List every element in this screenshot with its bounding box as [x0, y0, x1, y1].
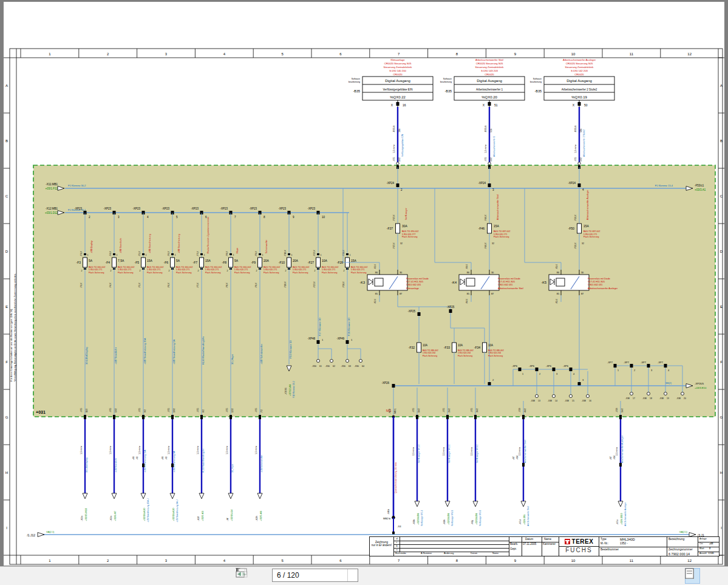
box	[578, 102, 581, 106]
box	[259, 253, 261, 255]
function-blue: Arb.Scheinwerfer Stiel	[524, 440, 526, 463]
part-number: 5 850 620 277	[402, 233, 415, 236]
function-red: Verflüssiger	[405, 207, 407, 220]
fuse-symbol	[488, 224, 492, 233]
label: bearbeitung	[349, 81, 360, 83]
label: -X25	[574, 157, 577, 162]
terminal-label: -XP23	[132, 207, 140, 210]
box	[200, 253, 203, 255]
fuse-rating: 20A	[293, 259, 299, 262]
mnr-value: 1352 -	[620, 542, 628, 545]
part-number: 5 850 620 264	[458, 352, 471, 354]
pin-number: 16	[403, 103, 406, 107]
label: 2	[285, 270, 287, 272]
label: -F7:X	[197, 251, 199, 256]
plc-output-name: Arbeitsscheinwerfer 1	[476, 88, 503, 91]
plc-red-text: Steuerung Zentralelektrik	[475, 66, 505, 69]
part-number: B&S 711 660-002	[118, 266, 134, 269]
label: -X1	[165, 457, 168, 460]
label: bearbeitung	[440, 81, 452, 83]
wire-size: 2,5 mm²	[519, 446, 521, 456]
part-number: 5 801 662 031	[406, 284, 421, 286]
anzahl-label: Anzahl	[699, 552, 707, 555]
fuse-symbol	[316, 258, 321, 267]
brand-block: TEREX FUCHS	[559, 537, 599, 556]
node	[553, 395, 556, 398]
fuse-symbol	[112, 258, 117, 267]
plc-red-text: CR0020	[393, 73, 403, 76]
next-view-icon	[236, 568, 248, 578]
page-number-select[interactable]: 6 / 120	[272, 569, 358, 582]
dest-ref: +02/18.B8	[447, 513, 450, 525]
gepr-label: Gepr.	[510, 547, 517, 550]
label: Arb.Scheinwerfer Ausleger	[624, 502, 627, 526]
label: 14	[555, 400, 557, 402]
label: -X28	[519, 408, 521, 412]
label: 2	[140, 270, 141, 272]
plc-red-text: S 0X0 142 203	[571, 69, 588, 72]
part-number: 5 801 662 031	[588, 284, 602, 286]
wire-size: 2,5 mm²	[616, 446, 618, 456]
terminal	[664, 364, 667, 368]
grid-column-label: 2	[107, 52, 109, 56]
terminal-label: -XP23	[191, 207, 199, 210]
plc-red-text: CR0020	[485, 73, 494, 76]
grid-column-label: 1	[49, 559, 51, 563]
function-blue: +UB Standheizung 15A	[143, 338, 146, 364]
label: 13	[538, 400, 540, 402]
label: -X38	[642, 397, 647, 400]
two-page-view-button[interactable]	[721, 568, 728, 584]
last-page-button[interactable]	[380, 568, 395, 583]
plc-output-title: Digital Ausgang	[566, 79, 592, 83]
terminal-label: -XP23	[162, 207, 169, 210]
label: 1	[262, 254, 264, 256]
grid-column-label: 10	[571, 52, 576, 56]
entry-dest: +03/1.D12	[45, 211, 58, 214]
fuse-id: -F7	[193, 261, 198, 264]
part-number: 5 850 620 271	[205, 269, 219, 271]
label: -F4:X	[109, 282, 112, 288]
relay-box	[459, 275, 499, 290]
box	[346, 253, 349, 255]
scrolling-view-button[interactable]	[703, 568, 718, 584]
next-view-button[interactable]	[420, 568, 435, 583]
fuse-id: -F37	[387, 227, 393, 230]
zeichnungsnummer-value: 6 7902 000 14	[668, 552, 698, 556]
label: 1	[204, 254, 205, 256]
label: -X30	[341, 365, 345, 368]
label: -X38	[565, 400, 569, 402]
arrow	[38, 533, 44, 537]
wire-name: F1 Klemme 30.2	[68, 184, 86, 187]
bearb-name: Kammerer	[543, 542, 556, 546]
function-blue: F28 Klemme 30	[347, 318, 350, 336]
dest-id: -X2a	[109, 515, 112, 521]
part-number: B&S 711 660-002	[322, 266, 338, 269]
exit-arrow	[170, 493, 175, 499]
rev-footer-name: Name	[492, 552, 498, 555]
dest-ref: +01/6.H7	[114, 510, 117, 521]
grid-row-label: C	[720, 194, 723, 198]
label: -K4:X	[466, 264, 468, 269]
exit-arrow	[257, 493, 262, 499]
part-number: Flach-Sicherung	[234, 272, 250, 274]
page-navigation: 6 / 120	[236, 568, 435, 583]
label: 1	[175, 254, 176, 256]
pdf-viewer-window: 112233445566778899101011111212AABBCCDDEE…	[0, 0, 728, 585]
relay-pin: 30	[400, 272, 402, 274]
bus-ref: /1.J12	[27, 533, 35, 537]
label: -X25	[485, 157, 487, 162]
previous-view-button[interactable]	[403, 568, 418, 583]
next-page-button[interactable]	[363, 568, 378, 583]
previous-page-button[interactable]	[253, 568, 267, 583]
relay-pin: 85	[557, 293, 559, 295]
label: 8/2	[202, 409, 205, 412]
function-red: +UB Standheizung	[178, 234, 180, 253]
part-number: Flach-Sicherung	[322, 272, 338, 274]
label: -F37:X	[393, 214, 395, 221]
fuse-id: -F50	[568, 227, 575, 230]
label: 9/2	[144, 409, 146, 412]
fuse-id: -F4	[106, 261, 111, 264]
border-connector	[619, 415, 622, 419]
fuse-id: -F5	[135, 261, 140, 264]
grid-row-label: A	[720, 84, 723, 87]
